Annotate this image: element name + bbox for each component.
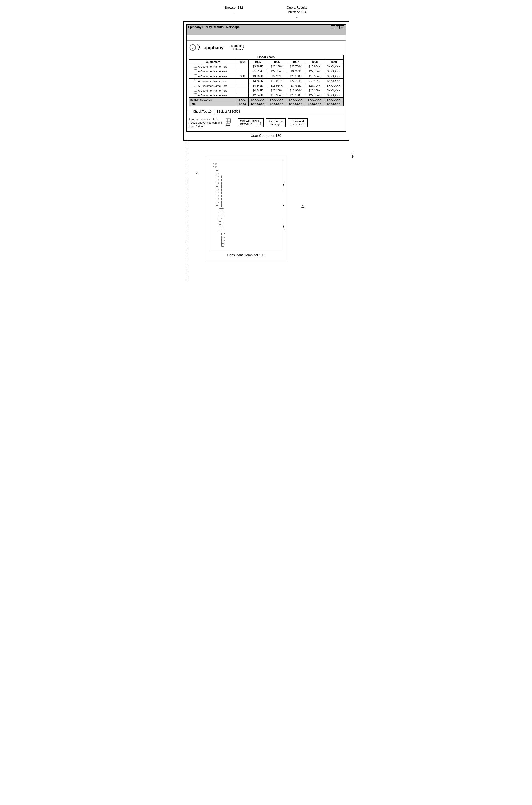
epiphany-brand-name: epiphany bbox=[204, 45, 224, 50]
close-button[interactable]: × bbox=[340, 25, 344, 29]
table-cell: $4,342K bbox=[248, 88, 267, 93]
table-cell: $27,704K bbox=[248, 69, 267, 74]
table-cell: $XXX,XXX bbox=[267, 102, 286, 106]
row-checkbox[interactable] bbox=[194, 84, 197, 87]
metadata-brace bbox=[282, 168, 287, 243]
table-cell: $25,168K bbox=[267, 64, 286, 69]
svg-text:e: e bbox=[191, 45, 193, 49]
table-cell: $15,964K bbox=[267, 93, 286, 98]
table-cell: $15,964K bbox=[267, 83, 286, 88]
table-cell bbox=[237, 69, 248, 74]
table-cell: $0K bbox=[237, 74, 248, 78]
table-cell bbox=[237, 83, 248, 88]
table-row[interactable]: Remaining 10498$XXX$XXX,XXX$XXX,XXX$XXX,… bbox=[189, 98, 343, 102]
table-cell: $3,762K bbox=[286, 83, 305, 88]
consultant-outer-box: □─□─ └─□─ ├─○ ├─○ ├─○ │ ├─○ │ ├─○ │ ├─○ … bbox=[206, 156, 286, 261]
table-cell: $25,168K bbox=[267, 88, 286, 93]
table-cell bbox=[237, 93, 248, 98]
table-cell: $XXX,XXX bbox=[324, 88, 343, 93]
table-cell: A Customer Name Here bbox=[189, 74, 237, 78]
marketing-software-label: Marketing Software bbox=[231, 44, 245, 51]
table-cell: $XXX,XXX bbox=[267, 98, 286, 102]
table-cell: $27,704K bbox=[286, 64, 305, 69]
query-results-annotation: Query/Results Interface 184 ↓ bbox=[286, 5, 307, 19]
table-cell: $XXX,XXX bbox=[305, 102, 324, 106]
consultant-inner-box: □─□─ └─□─ ├─○ ├─○ ├─○ │ ├─○ │ ├─○ │ ├─○ … bbox=[210, 160, 282, 251]
row-checkbox[interactable] bbox=[194, 65, 197, 68]
epiphany-header: e epiphany Marketing Software bbox=[189, 42, 344, 53]
consultant-computer-label: Consultant Computer 190 bbox=[210, 253, 282, 257]
table-cell: $XXX,XXX bbox=[248, 102, 267, 106]
table-cell: Total bbox=[189, 102, 237, 106]
table-cell: $XXX,XXX bbox=[324, 69, 343, 74]
table-cell: $XXX,XXX bbox=[324, 83, 343, 88]
col-1996: 1996 bbox=[267, 60, 286, 64]
table-cell bbox=[237, 78, 248, 83]
table-cell: A Customer Name Here bbox=[189, 78, 237, 83]
browser-address-bar[interactable] bbox=[187, 36, 346, 40]
table-row[interactable]: A Customer Name Here$3,762K$25,168K$27,7… bbox=[189, 64, 343, 69]
table-cell: A Customer Name Here bbox=[189, 64, 237, 69]
table-cell: $XXX,XXX bbox=[324, 102, 343, 106]
table-row[interactable]: A Customer Name Here$4,342K$25,168K$15,9… bbox=[189, 88, 343, 93]
table-row[interactable]: A Customer Name Here$3,762K$15,964K$27,7… bbox=[189, 78, 343, 83]
save-settings-button[interactable]: Save current settings bbox=[266, 118, 286, 127]
table-cell: $3,762K bbox=[248, 64, 267, 69]
action-row: If you select some of the ROWS above, yo… bbox=[189, 116, 344, 129]
download-spreadsheet-button[interactable]: Download spreadsheet bbox=[288, 118, 308, 127]
table-cell: $XXX,XXX bbox=[248, 98, 267, 102]
minimize-button[interactable]: _ bbox=[331, 25, 335, 29]
browser-title: Epiphany Clarity Results - Netscape bbox=[188, 25, 240, 29]
table-cell: $25,168K bbox=[286, 74, 305, 78]
row-checkbox[interactable] bbox=[194, 70, 197, 73]
tree-visualization: □─□─ └─□─ ├─○ ├─○ ├─○ │ ├─○ │ ├─○ │ ├─○ … bbox=[213, 163, 279, 249]
row-checkbox[interactable] bbox=[194, 93, 197, 96]
table-cell: Remaining 10498 bbox=[189, 98, 237, 102]
table-cell: $XXX,XXX bbox=[286, 102, 305, 106]
table-cell: $3,762K bbox=[248, 78, 267, 83]
dashed-vertical-line bbox=[187, 141, 187, 282]
data-table: Customers 1994 1995 1996 1997 1998 Total… bbox=[189, 60, 343, 106]
consultant-section: △ □─□─ └─□─ ├─○ ├─○ ├─○ │ ├─○ │ ├─○ │ ├─… bbox=[206, 156, 349, 261]
select-all-item[interactable]: Select All 10508 bbox=[214, 110, 240, 113]
table-cell: $27,704K bbox=[286, 78, 305, 83]
col-total: Total bbox=[324, 60, 343, 64]
table-cell: $15,964K bbox=[286, 88, 305, 93]
row-checkbox[interactable] bbox=[194, 74, 197, 77]
table-cell: $3,762K bbox=[305, 78, 324, 83]
table-cell: $15,964K bbox=[305, 64, 324, 69]
enterprise-manager-label: Enterprise Manager Interface 192 bbox=[352, 151, 354, 158]
col-1994: 1994 bbox=[237, 60, 248, 64]
table-cell: $XXX,XXX bbox=[324, 98, 343, 102]
check-top-10-item[interactable]: Check Top 10 bbox=[189, 110, 211, 113]
select-all-checkbox[interactable] bbox=[214, 110, 217, 113]
table-cell: $27,704K bbox=[267, 69, 286, 74]
app-content: e epiphany Marketing Software Fiscal Yea… bbox=[187, 40, 346, 131]
table-cell: $XXX,XXX bbox=[286, 98, 305, 102]
table-row[interactable]: A Customer Name Here$4,342K$15,964K$3,76… bbox=[189, 83, 343, 88]
svg-line-9 bbox=[226, 119, 227, 120]
table-row[interactable]: A Customer Name Here$27,704K$27,704K$3,7… bbox=[189, 69, 343, 74]
row-checkbox[interactable] bbox=[194, 79, 197, 82]
drill-down-info-text: If you select some of the ROWS above, yo… bbox=[189, 117, 224, 128]
check-top-10-checkbox[interactable] bbox=[189, 110, 192, 113]
col-customers: Customers bbox=[189, 60, 237, 64]
table-cell: $15,964K bbox=[305, 74, 324, 78]
col-1995: 1995 bbox=[248, 60, 267, 64]
table-row[interactable]: Total$XXX$XXX,XXX$XXX,XXX$XXX,XXX$XXX,XX… bbox=[189, 102, 343, 106]
table-cell: $27,704K bbox=[305, 93, 324, 98]
table-cell: $XXX,XXX bbox=[324, 93, 343, 98]
create-drill-down-button[interactable]: CREATE DRILL_ DOWN REPORT bbox=[238, 118, 264, 127]
table-cell bbox=[237, 88, 248, 93]
table-cell: $27,704K bbox=[305, 69, 324, 74]
table-cell: $XXX,XXX bbox=[324, 64, 343, 69]
table-row[interactable]: A Customer Name Here$2,342K$15,964K$25,1… bbox=[189, 93, 343, 98]
table-row[interactable]: A Customer Name Here$0K$3,762K$3,762K$25… bbox=[189, 74, 343, 78]
data-table-container: Fiscal Years Customers 1994 1995 1996 19… bbox=[189, 55, 344, 107]
table-cell: $XXX,XXX bbox=[324, 74, 343, 78]
table-cell: $XXX,XXX bbox=[305, 98, 324, 102]
browser-controls: _ □ × bbox=[331, 25, 344, 29]
row-checkbox[interactable] bbox=[194, 89, 197, 92]
table-cell: A Customer Name Here bbox=[189, 69, 237, 74]
maximize-button[interactable]: □ bbox=[336, 25, 340, 29]
